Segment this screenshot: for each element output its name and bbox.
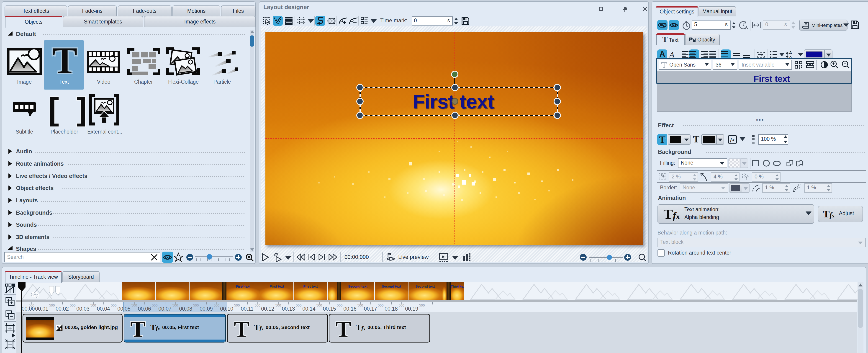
- svg-text:A: A: [57, 325, 59, 328]
- svg-text:B: B: [60, 328, 62, 331]
- svg-text:A: A: [789, 50, 792, 55]
